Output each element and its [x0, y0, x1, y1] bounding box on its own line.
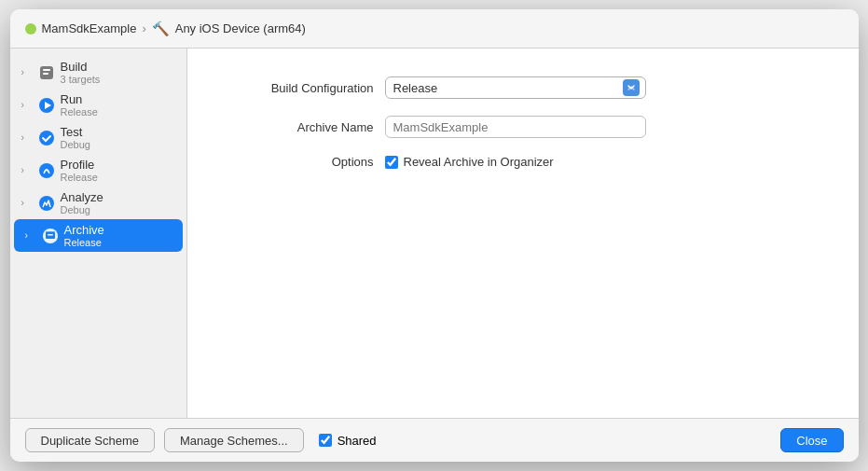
analyze-icon: [38, 195, 55, 212]
form-area: Build Configuration Release: [187, 48, 859, 418]
test-text: Test Debug: [61, 125, 90, 150]
main-content: › Build 3 targets ›: [10, 48, 859, 418]
test-sub: Debug: [61, 139, 90, 150]
profile-text: Profile Release: [61, 158, 98, 183]
archive-name-label: Archive Name: [225, 120, 374, 134]
build-sub: 3 targets: [61, 74, 101, 85]
options-row: Options Reveal Archive in Organizer: [225, 155, 821, 169]
archive-name-row: Archive Name: [225, 116, 821, 138]
device-name: Any iOS Device (arm64): [175, 21, 306, 35]
sidebar-item-archive[interactable]: › Archive Release: [14, 219, 183, 252]
build-configuration-control: Release: [385, 76, 683, 99]
run-sub: Release: [61, 106, 98, 118]
expand-arrow-analyze: ›: [21, 198, 33, 208]
sidebar: › Build 3 targets ›: [10, 48, 187, 418]
scheme-editor-dialog: MamSdkExample › 🔨 Any iOS Device (arm64)…: [10, 9, 859, 462]
run-name: Run: [61, 92, 98, 106]
options-label: Options: [225, 155, 374, 169]
shared-label: Shared: [338, 434, 377, 448]
test-icon: [38, 130, 55, 146]
build-configuration-dropdown[interactable]: Release: [385, 76, 646, 99]
sidebar-item-profile[interactable]: › Profile Release: [10, 154, 186, 187]
build-configuration-label: Build Configuration: [225, 81, 374, 95]
expand-arrow-run: ›: [21, 100, 33, 110]
build-icon: [38, 64, 55, 81]
bottom-bar: Duplicate Scheme Manage Schemes... Share…: [10, 418, 859, 462]
close-button[interactable]: Close: [780, 428, 843, 452]
expand-arrow-build: ›: [21, 67, 33, 77]
svg-rect-12: [46, 231, 55, 233]
build-text: Build 3 targets: [61, 60, 101, 85]
duplicate-scheme-button[interactable]: Duplicate Scheme: [25, 428, 156, 452]
build-configuration-value: Release: [393, 81, 438, 95]
archive-icon: [42, 228, 59, 244]
expand-arrow-profile: ›: [21, 165, 33, 175]
dropdown-arrow-icon: [623, 79, 640, 96]
run-text: Run Release: [61, 92, 98, 118]
svg-point-6: [39, 131, 54, 145]
build-configuration-row: Build Configuration Release: [225, 76, 821, 99]
archive-name: Archive: [64, 223, 104, 237]
sidebar-item-analyze[interactable]: › Analyze Debug: [10, 187, 186, 219]
svg-rect-11: [48, 234, 53, 236]
analyze-text: Analyze Debug: [61, 190, 103, 215]
archive-name-control: [385, 116, 683, 138]
right-panel: Build Configuration Release: [187, 48, 859, 418]
archive-text: Archive Release: [64, 223, 104, 248]
profile-sub: Release: [61, 172, 98, 183]
svg-rect-2: [43, 73, 48, 75]
manage-schemes-button[interactable]: Manage Schemes...: [164, 428, 304, 452]
archive-name-input[interactable]: [385, 116, 646, 138]
breadcrumb-bar: MamSdkExample › 🔨 Any iOS Device (arm64): [10, 9, 859, 48]
sidebar-item-build[interactable]: › Build 3 targets: [10, 56, 186, 89]
reveal-archive-label: Reveal Archive in Organizer: [404, 155, 554, 169]
run-icon: [38, 97, 55, 114]
breadcrumb-separator: ›: [142, 21, 145, 35]
sidebar-item-test[interactable]: › Test Debug: [10, 121, 186, 154]
app-name: MamSdkExample: [42, 21, 137, 35]
build-name: Build: [61, 60, 101, 74]
device-icon: 🔨: [152, 21, 170, 37]
archive-sub: Release: [64, 237, 104, 248]
shared-row: Shared: [319, 434, 377, 448]
reveal-archive-checkbox[interactable]: [385, 156, 398, 169]
test-name: Test: [61, 125, 90, 139]
svg-point-7: [39, 163, 54, 178]
analyze-name: Analyze: [61, 190, 103, 204]
sidebar-item-run[interactable]: › Run Release: [10, 89, 186, 121]
expand-arrow-archive: ›: [25, 230, 36, 241]
options-checkbox-row: Reveal Archive in Organizer: [385, 155, 554, 169]
profile-name: Profile: [61, 158, 98, 172]
shared-checkbox[interactable]: [319, 434, 332, 447]
app-icon-dot: [25, 23, 36, 35]
profile-icon: [38, 162, 55, 179]
analyze-sub: Debug: [61, 204, 103, 215]
expand-arrow-test: ›: [21, 132, 33, 143]
svg-rect-1: [43, 69, 50, 71]
